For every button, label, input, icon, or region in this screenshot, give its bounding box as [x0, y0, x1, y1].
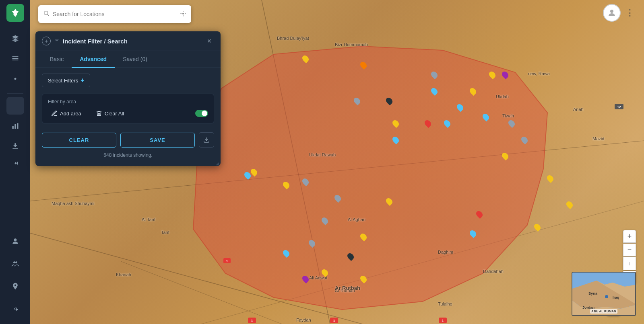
svg-rect-16 — [12, 56, 18, 57]
filter-panel-header: + Incident Filter / Search × — [35, 31, 221, 51]
map-pin[interactable] — [423, 119, 433, 128]
map-pin[interactable] — [301, 54, 310, 64]
map-pin[interactable] — [469, 229, 478, 238]
area-toggle[interactable] — [195, 110, 208, 117]
map-pin[interactable] — [320, 216, 330, 226]
sidebar-item-location[interactable] — [6, 70, 24, 88]
filter-panel: + Incident Filter / Search × Basic Advan… — [35, 31, 221, 166]
map-pin[interactable] — [282, 248, 291, 258]
map-pin[interactable] — [469, 86, 478, 96]
panel-add-button[interactable]: + — [42, 37, 51, 45]
zoom-in-button[interactable]: + — [623, 230, 636, 243]
svg-rect-6 — [248, 318, 256, 323]
map-pin[interactable] — [320, 268, 330, 277]
sidebar — [0, 0, 30, 324]
sidebar-item-settings[interactable] — [6, 300, 24, 318]
sidebar-item-pin[interactable] — [6, 277, 24, 295]
map-label-ukdat: Ukdat Rawab — [309, 152, 336, 157]
map-label-tanf: Tanf — [161, 230, 169, 235]
panel-resize-handle[interactable]: ◢ — [216, 161, 221, 166]
filter-tabs: Basic Advanced Saved (0) — [35, 51, 221, 68]
map-pin[interactable] — [501, 70, 510, 80]
app-logo[interactable] — [6, 4, 24, 22]
svg-text:Iraq: Iraq — [613, 295, 619, 299]
tab-basic[interactable]: Basic — [42, 51, 72, 68]
map-pin[interactable] — [385, 197, 394, 206]
map-label-faydah: Faydah — [296, 318, 311, 322]
panel-title: Incident Filter / Search — [63, 38, 201, 45]
map-label-arrutbah: Ar Rutbah — [335, 288, 355, 293]
sidebar-bottom — [6, 232, 24, 320]
select-filters-plus: + — [80, 77, 84, 84]
map-pin[interactable] — [475, 210, 484, 219]
svg-rect-18 — [12, 60, 18, 61]
map-pin[interactable] — [308, 239, 317, 248]
select-filters-label: Select Filters — [48, 78, 78, 84]
add-area-button[interactable]: Add area — [48, 109, 85, 118]
map-pin[interactable] — [391, 119, 400, 128]
map-pin[interactable] — [353, 96, 362, 105]
map-pin[interactable] — [282, 180, 291, 190]
map-label-bizzhumm: Bizr Hummamah — [335, 42, 368, 47]
map-label-alaghan: Al Aghan — [348, 217, 365, 222]
map-label-maqha: Maqha ash Shuhaymi — [52, 201, 94, 206]
svg-point-23 — [14, 238, 17, 241]
clear-button[interactable]: CLEAR — [42, 133, 116, 148]
sidebar-item-download[interactable] — [6, 137, 24, 155]
map-label-newrawa: new, Rawa — [528, 71, 550, 76]
map-pin[interactable] — [488, 70, 497, 80]
map-pin[interactable] — [456, 103, 465, 112]
map-pin[interactable] — [430, 86, 439, 96]
map-pin[interactable] — [507, 119, 516, 128]
tab-saved[interactable]: Saved (0) — [115, 51, 155, 68]
map-pin[interactable] — [565, 200, 574, 209]
clear-all-button[interactable]: Clear All — [93, 109, 127, 118]
filter-area-label: Filter by area — [48, 99, 208, 105]
map-pin[interactable] — [443, 119, 452, 128]
sidebar-item-list[interactable] — [6, 50, 24, 68]
select-filters-button[interactable]: Select Filters + — [42, 74, 90, 87]
sidebar-item-user[interactable] — [6, 232, 24, 250]
svg-rect-22 — [17, 123, 18, 129]
panel-close-button[interactable]: × — [204, 36, 214, 46]
svg-rect-14 — [615, 104, 623, 109]
sidebar-item-group[interactable] — [6, 255, 24, 273]
map-pin[interactable] — [501, 151, 510, 160]
svg-point-25 — [15, 261, 17, 263]
map-pin[interactable] — [301, 177, 310, 187]
map-pin[interactable] — [391, 135, 400, 144]
sidebar-collapse-button[interactable] — [6, 157, 24, 169]
sidebar-item-layers[interactable] — [6, 30, 24, 47]
location-target-icon[interactable] — [180, 10, 186, 18]
mini-map[interactable]: Syria Iraq Jordan ABU AL RUMAN — [572, 272, 636, 316]
svg-point-24 — [13, 261, 15, 263]
action-buttons: CLEAR SAVE — [35, 127, 221, 151]
svg-text:1: 1 — [442, 319, 444, 323]
map-pin[interactable] — [481, 113, 491, 122]
mini-map-label: ABU AL RUMAN — [590, 309, 617, 314]
map-pin[interactable] — [301, 275, 310, 284]
map-label-dahdahah: Dahdahah — [483, 269, 504, 274]
map-pin[interactable] — [385, 96, 394, 105]
map-pin[interactable] — [346, 252, 355, 261]
map-pin[interactable] — [546, 174, 555, 183]
tab-advanced[interactable]: Advanced — [72, 51, 115, 68]
north-button[interactable]: ↑ — [623, 257, 636, 270]
zoom-out-button[interactable]: − — [623, 244, 636, 256]
map-pin[interactable] — [430, 70, 439, 80]
search-input[interactable] — [53, 11, 177, 17]
svg-line-0 — [262, 0, 330, 324]
search-bar[interactable] — [38, 5, 191, 23]
map-pin[interactable] — [359, 61, 368, 70]
sidebar-item-filter[interactable] — [6, 97, 24, 115]
map-pin[interactable] — [359, 275, 368, 284]
map-pin[interactable] — [359, 232, 368, 242]
save-button[interactable]: SAVE — [120, 133, 195, 148]
map-label-attanf: At Tanf — [142, 217, 155, 222]
svg-text:1: 1 — [251, 319, 253, 323]
map-pin[interactable] — [533, 223, 542, 232]
map-pin[interactable] — [333, 193, 343, 203]
sidebar-item-chart[interactable] — [6, 117, 24, 135]
export-button[interactable] — [199, 132, 214, 148]
map-pin[interactable] — [520, 135, 529, 144]
